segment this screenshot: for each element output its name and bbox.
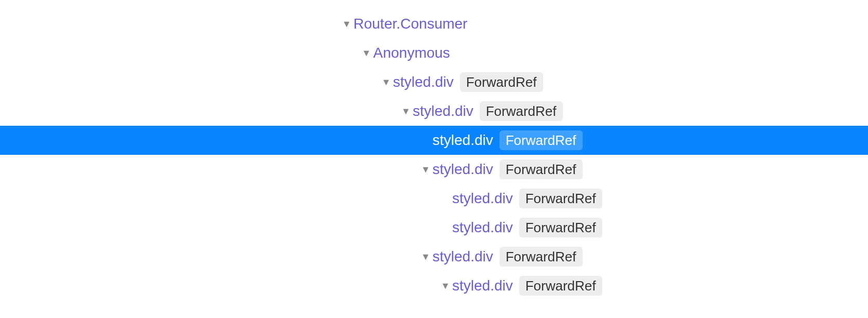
collapse-arrow-icon[interactable]: ▼ (399, 106, 413, 117)
forwardref-badge: ForwardRef (460, 72, 543, 92)
component-name: styled.div (452, 277, 518, 294)
tree-row[interactable]: ▼Anonymous (0, 38, 868, 68)
tree-row[interactable]: ▼styled.divForwardRef (0, 68, 868, 97)
component-name: styled.div (413, 103, 479, 120)
component-name: styled.div (432, 161, 498, 178)
tree-row[interactable]: ▼styled.divForwardRef (0, 213, 868, 242)
forwardref-badge: ForwardRef (499, 247, 583, 267)
forwardref-badge: ForwardRef (519, 276, 602, 296)
tree-row[interactable]: ▼Router.Consumer (0, 9, 868, 38)
forwardref-badge: ForwardRef (519, 218, 602, 237)
forwardref-badge: ForwardRef (480, 101, 563, 121)
component-name: Anonymous (373, 45, 455, 61)
component-name: styled.div (452, 190, 518, 207)
forwardref-badge: ForwardRef (499, 160, 583, 179)
tree-row[interactable]: ▼styled.divForwardRef (0, 184, 868, 213)
tree-row[interactable]: ▼styled.divForwardRef (0, 155, 868, 184)
tree-row[interactable]: ▼styled.divForwardRef (0, 126, 868, 155)
component-name: styled.div (393, 74, 459, 90)
forwardref-badge: ForwardRef (519, 189, 602, 208)
forwardref-badge: ForwardRef (499, 130, 583, 150)
collapse-arrow-icon[interactable]: ▼ (419, 251, 432, 262)
component-tree: ▼Router.Consumer▼Anonymous▼styled.divFor… (0, 0, 868, 300)
component-name: styled.div (432, 132, 498, 149)
collapse-arrow-icon[interactable]: ▼ (419, 164, 432, 175)
tree-row[interactable]: ▼styled.divForwardRef (0, 242, 868, 271)
component-name: styled.div (432, 248, 498, 265)
collapse-arrow-icon[interactable]: ▼ (340, 19, 353, 30)
tree-row[interactable]: ▼styled.divForwardRef (0, 97, 868, 126)
tree-row[interactable]: ▼styled.divForwardRef (0, 271, 868, 300)
component-name: styled.div (452, 219, 518, 236)
collapse-arrow-icon[interactable]: ▼ (379, 77, 393, 88)
collapse-arrow-icon[interactable]: ▼ (439, 281, 452, 292)
component-name: Router.Consumer (353, 16, 472, 32)
collapse-arrow-icon[interactable]: ▼ (360, 48, 373, 59)
